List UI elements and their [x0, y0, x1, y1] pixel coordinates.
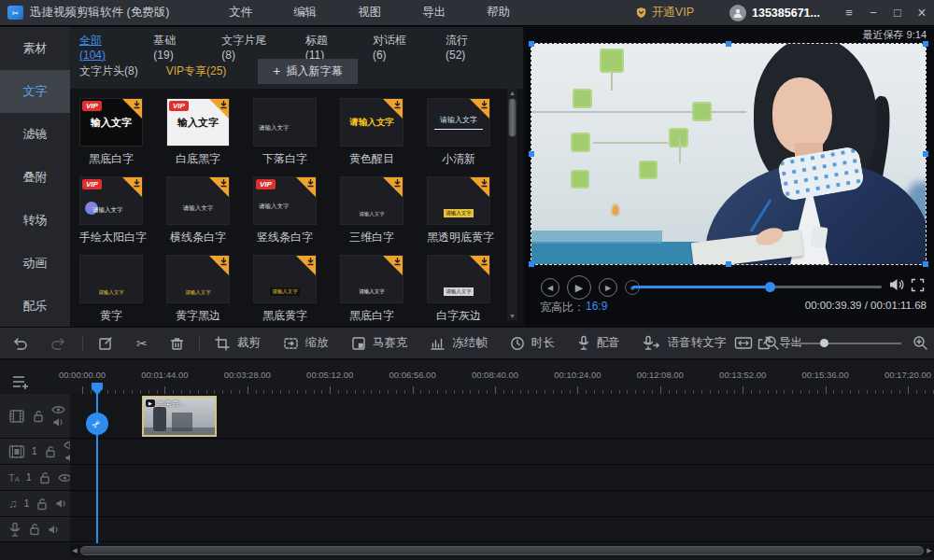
- play-button[interactable]: ▶: [567, 275, 591, 300]
- template-小清新[interactable]: 请输入文字小清新: [427, 98, 490, 167]
- timeline-scrollbar[interactable]: ◀ ▶: [70, 544, 934, 557]
- lock-icon[interactable]: [44, 445, 57, 458]
- selection-handle[interactable]: [923, 151, 928, 157]
- scroll-up-icon[interactable]: ▲: [507, 90, 517, 96]
- menu-0[interactable]: 文件: [208, 5, 273, 21]
- track-header-mic[interactable]: [0, 517, 70, 541]
- fullscreen-icon[interactable]: [911, 278, 925, 292]
- fit-timeline-icon[interactable]: [734, 336, 753, 350]
- selection-handle[interactable]: [529, 261, 534, 267]
- tool-缩放[interactable]: 缩放: [283, 335, 329, 351]
- track-lane-3[interactable]: [70, 491, 934, 516]
- track-lane-1[interactable]: [70, 439, 934, 464]
- selection-handle[interactable]: [726, 261, 731, 267]
- tool-马赛克[interactable]: 马赛克: [351, 335, 408, 351]
- template-黄字[interactable]: 请输入文字黄字: [79, 255, 143, 324]
- tool-冻结帧[interactable]: 冻结帧: [430, 335, 488, 351]
- tab-全部(104)[interactable]: 全部(104): [79, 33, 125, 62]
- tab-基础(19)[interactable]: 基础(19): [153, 33, 193, 62]
- track-header-text[interactable]: TA1: [0, 465, 70, 490]
- mute-icon[interactable]: [52, 417, 64, 427]
- zoom-out-icon[interactable]: [764, 335, 780, 351]
- undo-button[interactable]: [11, 336, 28, 351]
- sidebar-item-转场[interactable]: 转场: [0, 199, 70, 242]
- template-黑底白字[interactable]: 请输入文字黑底白字: [340, 255, 403, 324]
- selection-handle[interactable]: [923, 261, 928, 267]
- previous-frame-button[interactable]: ◀: [541, 278, 559, 297]
- selection-handle[interactable]: [529, 151, 534, 157]
- open-vip-button[interactable]: 开通VIP: [635, 5, 694, 21]
- track-lane-0[interactable]: ▶唯美商...: [70, 394, 934, 438]
- scroll-right-icon[interactable]: ▶: [925, 547, 934, 554]
- sidebar-item-配乐[interactable]: 配乐: [0, 285, 70, 328]
- track-header-film2[interactable]: 1: [0, 439, 70, 464]
- menu-1[interactable]: 编辑: [273, 5, 337, 21]
- scrollbar-thumb[interactable]: [508, 98, 517, 137]
- template-手绘太阳白字[interactable]: VIP请输入文字手绘太阳白字: [79, 176, 143, 245]
- tab-文字片头(8)[interactable]: 文字片头(8): [79, 63, 138, 79]
- window-menu-button[interactable]: ≡: [837, 0, 861, 26]
- track-header-music[interactable]: ♫1: [0, 491, 70, 516]
- add-track-icon[interactable]: [11, 373, 30, 390]
- selection-handle[interactable]: [529, 41, 534, 47]
- sidebar-item-动画[interactable]: 动画: [0, 242, 70, 285]
- template-横线条白字[interactable]: 请输入文字横线条白字: [166, 176, 230, 245]
- edit-button[interactable]: [98, 336, 114, 351]
- template-白底黑字[interactable]: VIP输入文字白底黑字: [166, 98, 230, 167]
- sidebar-item-素材[interactable]: 素材: [0, 27, 70, 70]
- next-frame-button[interactable]: ▶: [599, 278, 617, 297]
- insert-subtitle-button[interactable]: +插入新字幕: [258, 59, 357, 84]
- track-lane-2[interactable]: [70, 465, 934, 490]
- scroll-down-icon[interactable]: ▼: [507, 313, 517, 319]
- video-preview[interactable]: [531, 43, 927, 265]
- lock-icon[interactable]: [28, 523, 41, 536]
- track-header-film[interactable]: [0, 394, 70, 438]
- tab-标题(11)[interactable]: 标题(11): [305, 33, 345, 62]
- split-at-playhead-button[interactable]: ✂: [86, 413, 108, 435]
- volume-icon[interactable]: [888, 277, 905, 292]
- aspect-ratio-value[interactable]: 16:9: [586, 300, 607, 313]
- sidebar-item-文字[interactable]: 文字: [0, 70, 70, 113]
- template-白字灰边[interactable]: 请输入文字白字灰边: [427, 255, 490, 324]
- timeline-zoom-slider[interactable]: [791, 343, 901, 344]
- tab-VIP专享(25)[interactable]: VIP专享(25): [166, 63, 227, 79]
- template-竖线条白字[interactable]: VIP请输入文字竖线条白字: [253, 176, 317, 245]
- template-三维白字[interactable]: 请输入文字三维白字: [340, 176, 403, 245]
- account-button[interactable]: 135385671...: [729, 5, 820, 21]
- timeline-scrollbar-thumb[interactable]: [80, 546, 924, 555]
- tool-时长[interactable]: 时长: [510, 335, 555, 351]
- split-button[interactable]: ✂: [136, 336, 148, 351]
- delete-button[interactable]: [170, 336, 184, 351]
- tool-配音[interactable]: 配音: [577, 335, 620, 351]
- track-lane-4[interactable]: [70, 517, 934, 541]
- mute-icon[interactable]: [48, 525, 60, 535]
- playhead-line[interactable]: [96, 383, 98, 543]
- menu-3[interactable]: 导出: [402, 5, 466, 21]
- lock-icon[interactable]: [35, 497, 49, 511]
- visibility-icon[interactable]: [51, 405, 65, 414]
- redo-button[interactable]: [50, 336, 67, 351]
- template-黑底白字[interactable]: VIP输入文字黑底白字: [79, 98, 143, 167]
- minimize-button[interactable]: −: [861, 0, 885, 26]
- lock-icon[interactable]: [32, 410, 45, 423]
- lock-icon[interactable]: [38, 471, 51, 484]
- zoom-slider-thumb[interactable]: [820, 339, 828, 347]
- menu-2[interactable]: 视图: [337, 5, 402, 21]
- tool-语音转文字[interactable]: 语音转文字: [643, 335, 727, 351]
- template-黑透明底黄字[interactable]: 请输入文字黑透明底黄字: [427, 176, 490, 245]
- template-黄字黑边[interactable]: 请输入文字黄字黑边: [166, 255, 230, 324]
- panel-scrollbar[interactable]: ▲ ▼: [507, 89, 517, 320]
- selection-handle[interactable]: [726, 41, 731, 47]
- template-黑底黄字[interactable]: 请输入文字黑底黄字: [253, 255, 317, 324]
- template-下落白字[interactable]: 请输入文字下落白字: [253, 98, 317, 167]
- tool-裁剪[interactable]: 裁剪: [215, 335, 261, 351]
- close-button[interactable]: ×: [910, 0, 934, 26]
- sidebar-item-叠附[interactable]: 叠附: [0, 156, 70, 199]
- maximize-button[interactable]: □: [885, 0, 910, 26]
- video-clip[interactable]: ▶唯美商...: [142, 396, 217, 437]
- mute-icon[interactable]: [55, 498, 67, 509]
- zoom-in-icon[interactable]: [913, 335, 928, 351]
- scroll-left-icon[interactable]: ◀: [70, 547, 79, 554]
- tab-文字片尾(8)[interactable]: 文字片尾(8): [221, 33, 276, 62]
- sidebar-item-滤镜[interactable]: 滤镜: [0, 113, 70, 156]
